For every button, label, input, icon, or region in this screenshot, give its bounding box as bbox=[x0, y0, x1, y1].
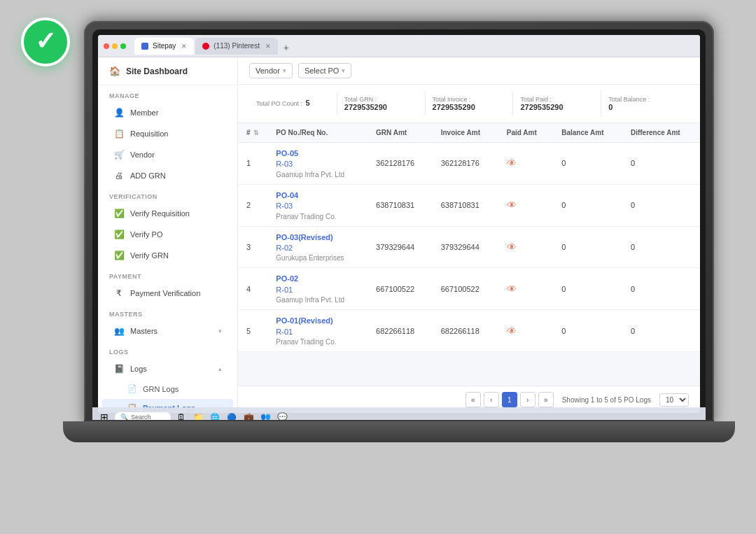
sidebar-item-logs-label: Logs bbox=[130, 365, 147, 373]
browser-controls bbox=[104, 43, 126, 49]
pagination-last-btn[interactable]: » bbox=[538, 392, 554, 407]
summary-total-paid-label: Total Paid : bbox=[520, 96, 594, 103]
sidebar-item-verify-po[interactable]: ✅ Verify PO bbox=[102, 225, 233, 244]
cell-paid-2: 👁 bbox=[498, 226, 553, 268]
cell-grn-4: 682266118 bbox=[368, 310, 433, 352]
req-link-3[interactable]: R-01 bbox=[276, 285, 359, 295]
eye-icon-1[interactable]: 👁 bbox=[507, 199, 517, 211]
req-link-2[interactable]: R-02 bbox=[276, 243, 359, 253]
sidebar-item-payment-label: Payment Verification bbox=[130, 289, 200, 297]
screen: Sitepay ✕ (113) Pinterest ✕ + bbox=[98, 35, 700, 413]
tab-sitepay-close[interactable]: ✕ bbox=[181, 43, 187, 50]
sidebar-item-verify-grn[interactable]: ✅ Verify GRN bbox=[102, 246, 233, 265]
summary-total-balance-value: 0 bbox=[608, 103, 682, 111]
section-payment-label: PAYMENT bbox=[98, 266, 237, 283]
po-link-0[interactable]: PO-05 bbox=[276, 148, 359, 159]
eye-icon-3[interactable]: 👁 bbox=[507, 283, 517, 295]
col-paid-amt: Paid Amt bbox=[498, 123, 553, 143]
sidebar-item-verify-req[interactable]: ✅ Verify Requisition bbox=[102, 204, 233, 223]
sort-icon[interactable]: ⇅ bbox=[253, 129, 259, 136]
cell-invoice-4: 682266118 bbox=[433, 310, 498, 352]
taskbar: ⊞ 🔍 Search 🗓 📁 🌐 🔵 💼 👥 💬 bbox=[98, 407, 700, 413]
req-link-1[interactable]: R-03 bbox=[276, 201, 359, 211]
taskbar-browser-icon[interactable]: 🌐 bbox=[209, 411, 221, 413]
po-link-3[interactable]: PO-02 bbox=[276, 274, 359, 284]
cell-balance-1: 0 bbox=[553, 184, 622, 226]
taskbar-whatsapp-icon[interactable]: 💬 bbox=[276, 411, 288, 413]
main-content: Vendor ▾ Select PO ▾ Total PO Count bbox=[238, 57, 700, 413]
cell-invoice-1: 638710831 bbox=[433, 184, 498, 226]
member-icon: 👤 bbox=[113, 108, 125, 118]
req-link-4[interactable]: R-01 bbox=[276, 327, 359, 337]
sidebar-item-verify-po-label: Verify PO bbox=[130, 230, 162, 239]
sidebar-item-requisition[interactable]: 📋 Requisition bbox=[102, 124, 233, 143]
po-link-4[interactable]: PO-01(Revised) bbox=[276, 316, 359, 326]
table-row: 4 PO-02 R-01 Gaamup Infra Pvt. Ltd 66710… bbox=[238, 268, 700, 310]
close-dot[interactable] bbox=[104, 43, 109, 49]
sidebar-item-add-grn-label: ADD GRN bbox=[130, 171, 166, 180]
start-button[interactable]: ⊞ bbox=[98, 411, 111, 413]
table-row: 3 PO-03(Revised) R-02 Gurukupa Enterpris… bbox=[238, 226, 700, 268]
page-size-select[interactable]: 10 25 50 bbox=[659, 393, 689, 407]
cell-po-2: PO-03(Revised) R-02 Gurukupa Enterprises bbox=[267, 226, 368, 268]
summary-total-paid: Total Paid : 2729535290 bbox=[513, 92, 601, 115]
table-row: 2 PO-04 R-03 Pranav Trading Co. 63871083… bbox=[238, 184, 700, 226]
tab-pinterest[interactable]: (113) Pinterest ✕ bbox=[195, 38, 278, 55]
sidebar-item-logs[interactable]: 📓 Logs ▴ bbox=[102, 359, 233, 379]
taskbar-app1-icon[interactable]: 💼 bbox=[242, 411, 255, 413]
cell-balance-3: 0 bbox=[553, 268, 622, 310]
masters-chevron-icon: ▾ bbox=[218, 328, 222, 335]
cell-difference-0: 0 bbox=[622, 143, 700, 185]
col-po-req: PO No./Req No. bbox=[267, 123, 368, 143]
sidebar-item-payment-verification[interactable]: ₹ Payment Verification bbox=[102, 283, 233, 303]
po-link-1[interactable]: PO-04 bbox=[276, 190, 359, 201]
pagination-page-btn[interactable]: 1 bbox=[502, 392, 517, 407]
po-select-wrapper[interactable]: Select PO ▾ bbox=[298, 63, 352, 78]
taskbar-chrome-icon[interactable]: 🔵 bbox=[225, 411, 238, 413]
sidebar-item-verify-grn-label: Verify GRN bbox=[130, 251, 169, 260]
taskbar-widgets-icon[interactable]: 🗓 bbox=[175, 411, 188, 413]
summary-total-po-value: 5 bbox=[306, 99, 310, 107]
pagination-prev-btn[interactable]: ‹ bbox=[484, 392, 499, 407]
sidebar-sub-item-grn-logs[interactable]: 📄 GRN Logs bbox=[102, 380, 233, 398]
sidebar-item-requisition-label: Requisition bbox=[130, 129, 168, 138]
taskbar-files-icon[interactable]: 📁 bbox=[192, 411, 204, 413]
sidebar-item-member[interactable]: 👤 Member bbox=[102, 103, 233, 122]
sidebar-item-verify-req-label: Verify Requisition bbox=[130, 209, 190, 218]
company-name-2: Gurukupa Enterprises bbox=[276, 254, 344, 262]
sidebar-item-vendor[interactable]: 🛒 Vendor bbox=[102, 145, 233, 164]
sidebar-header: 🏠 Site Dashboard bbox=[98, 57, 237, 85]
eye-icon-2[interactable]: 👁 bbox=[507, 241, 517, 253]
app-content: 🏠 Site Dashboard MANAGE 👤 Member 📋 Requi… bbox=[98, 57, 700, 413]
eye-icon-0[interactable]: 👁 bbox=[507, 157, 517, 169]
po-link-2[interactable]: PO-03(Revised) bbox=[276, 232, 359, 243]
summary-total-grn: Total GRN : 2729535290 bbox=[337, 92, 426, 115]
cell-num-1: 2 bbox=[238, 184, 267, 226]
req-link-0[interactable]: R-03 bbox=[276, 159, 359, 169]
taskbar-search[interactable]: 🔍 Search bbox=[115, 412, 171, 413]
po-chevron-icon: ▾ bbox=[342, 67, 345, 74]
pagination-first-btn[interactable]: « bbox=[465, 392, 481, 407]
summary-total-balance-label: Total Balance : bbox=[608, 96, 682, 103]
eye-icon-4[interactable]: 👁 bbox=[507, 325, 517, 337]
minimize-dot[interactable] bbox=[112, 43, 118, 49]
vendor-select-wrapper[interactable]: Vendor ▾ bbox=[249, 63, 293, 78]
cell-invoice-3: 667100522 bbox=[433, 268, 498, 310]
summary-total-invoice-label: Total Invoice : bbox=[433, 96, 506, 103]
cell-num-2: 3 bbox=[238, 226, 267, 268]
cell-paid-1: 👁 bbox=[498, 184, 553, 226]
section-masters-label: MASTERS bbox=[98, 304, 237, 321]
sidebar-item-add-grn[interactable]: 🖨 ADD GRN bbox=[102, 166, 233, 185]
pagination-next-btn[interactable]: › bbox=[520, 392, 536, 407]
new-tab-button[interactable]: + bbox=[279, 41, 293, 55]
sidebar-item-masters[interactable]: 👥 Masters ▾ bbox=[102, 321, 233, 341]
table-row: 5 PO-01(Revised) R-01 Pranav Trading Co.… bbox=[238, 310, 700, 352]
tab-sitepay[interactable]: Sitepay ✕ bbox=[134, 38, 194, 55]
cell-po-1: PO-04 R-03 Pranav Trading Co. bbox=[267, 184, 368, 226]
verify-req-icon: ✅ bbox=[113, 209, 125, 218]
tab-pinterest-close[interactable]: ✕ bbox=[265, 43, 271, 50]
maximize-dot[interactable] bbox=[120, 43, 126, 49]
taskbar-teams-icon[interactable]: 👥 bbox=[259, 411, 272, 413]
summary-total-invoice-value: 2729535290 bbox=[433, 103, 506, 111]
col-balance-amt: Balance Amt bbox=[553, 123, 622, 143]
